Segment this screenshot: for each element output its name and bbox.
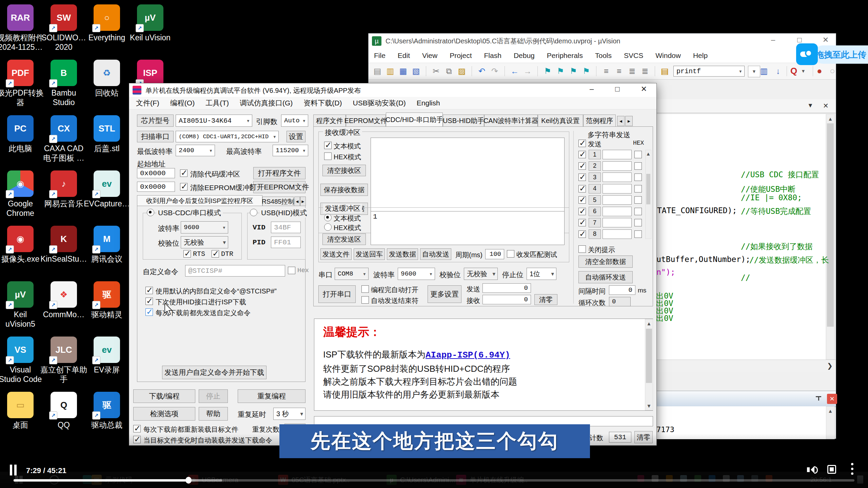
isp-tab-0[interactable]: 程序文件 [313, 115, 346, 126]
tips-scrollbar[interactable]: ▲ ▼ [645, 319, 653, 410]
toolbar-icon[interactable]: ≡ [601, 66, 611, 76]
use-default-cmd-checkbox[interactable] [145, 287, 153, 294]
volume-icon[interactable] [806, 464, 818, 476]
help-button[interactable]: 帮助 [199, 407, 228, 421]
reload-before-download-checkbox[interactable] [133, 425, 141, 432]
record-stop-icon[interactable]: ○ [830, 66, 835, 76]
serial-stop-select[interactable]: 1位 [527, 268, 556, 280]
isp-tab-4[interactable]: CAN波特率计算器 [484, 115, 538, 126]
clear-eeprom-checkbox[interactable] [180, 183, 188, 190]
isp-close-button[interactable]: ✕ [634, 85, 653, 96]
left-tabs-next-button[interactable]: ► [300, 197, 306, 206]
toolbar-icon[interactable]: ▦ [398, 66, 408, 76]
pid-input[interactable]: FF01 [271, 237, 301, 248]
keil-menu-edit[interactable]: Edit [398, 52, 410, 60]
usb-hid-radio[interactable] [250, 209, 257, 216]
success-count-clear-button[interactable]: 清零 [634, 431, 653, 443]
multi-row-send-checkbox[interactable] [578, 151, 586, 158]
vid-input[interactable]: 34BF [271, 222, 301, 233]
download-debug-icon[interactable]: ↓ [773, 66, 783, 76]
stop-button[interactable]: 停止 [199, 389, 228, 403]
multi-row-send-checkbox[interactable] [578, 219, 586, 226]
keil-menu-peripherals[interactable]: Peripherals [547, 52, 583, 60]
custom-cmd-input[interactable]: @STCISP# [185, 265, 285, 277]
editor-vscrollbar[interactable]: ▲ [826, 114, 835, 360]
keil-menu-project[interactable]: Project [450, 52, 472, 60]
open-program-file-button[interactable]: 打开程序文件 [253, 167, 305, 179]
scan-port-button[interactable]: 扫描串口 [137, 131, 174, 142]
send-cr-button[interactable]: 发送回车 [354, 248, 385, 260]
keil-menu-file[interactable]: File [374, 52, 386, 60]
multi-row-hex-checkbox[interactable] [634, 174, 642, 181]
send-hex-mode-radio[interactable] [324, 223, 332, 231]
desktop-icon[interactable]: SW↗SOLIDWO… 2020 [51, 4, 77, 42]
multi-row-send-checkbox[interactable] [578, 208, 586, 215]
loop-count-input[interactable]: 0 [609, 297, 631, 306]
custom-cmd-hex-checkbox[interactable] [288, 267, 295, 274]
multi-row-input[interactable] [603, 150, 632, 159]
toolbar-icon[interactable]: ⚑ [543, 66, 552, 76]
multi-row-index-button[interactable]: 5 [589, 195, 601, 205]
isp-tab-1[interactable]: EEPROM文件 [346, 115, 386, 126]
desktop-icon[interactable]: ▭桌面 [7, 392, 34, 430]
period-input[interactable]: 100 [485, 249, 504, 259]
desktop-icon[interactable]: ❖↗CommMo… [51, 281, 77, 319]
isp-tab-3[interactable]: USB-HID助手 [443, 115, 484, 126]
toolbar-icon[interactable]: ▧ [411, 66, 421, 76]
multi-row-input[interactable] [603, 218, 632, 227]
isp-maximize-button[interactable]: □ [608, 85, 627, 96]
multi-row-hex-checkbox[interactable] [634, 196, 642, 204]
keil-menu-svcs[interactable]: SVCS [624, 52, 643, 60]
desktop-icon[interactable]: PDF↗极光PDF转换 器 [7, 60, 34, 98]
multi-row-hex-checkbox[interactable] [634, 151, 642, 158]
keil-menu-view[interactable]: View [422, 52, 437, 60]
clear-code-checkbox[interactable] [180, 169, 188, 177]
multi-row-index-button[interactable]: 7 [589, 218, 601, 227]
auto-send-button[interactable]: 自动发送 [420, 248, 451, 260]
desktop-icon[interactable]: JLC↗嘉立创下单助 手 [51, 337, 77, 374]
recv-save-button[interactable]: 保存接收数据 [320, 184, 368, 196]
send-buffer-textarea[interactable]: 1 [371, 211, 565, 245]
isp-tabs-prev-button[interactable]: ◄ [617, 116, 625, 126]
tab-reset-to-isp[interactable]: 收到用户命令后复位到ISP监控程序区 [137, 195, 262, 206]
repeat-delay-select[interactable]: 3 秒 [273, 408, 305, 420]
use-hid-next-checkbox[interactable] [145, 298, 153, 305]
toolbar-icon[interactable]: ≡ [614, 66, 624, 76]
eeprom-address-input[interactable]: 0x0000 [137, 182, 175, 192]
desktop-icon[interactable]: B↗Bambu Studio [51, 60, 77, 98]
desktop-icon[interactable]: ◉↗Google Chrome [7, 170, 34, 208]
quick-search-dropdown-icon[interactable]: ▾ [802, 68, 805, 74]
isp-menu-item-1[interactable]: 编程(O) [170, 98, 195, 108]
min-baud-select[interactable]: 2400 [176, 145, 215, 156]
send-data-button[interactable]: 发送数据 [387, 248, 418, 260]
netdisk-upload-pill[interactable]: 拖拽至此上传 [814, 45, 868, 64]
desktop-icon[interactable]: ◉↗摄像头.exe [7, 226, 34, 264]
multi-row-input[interactable] [603, 172, 632, 182]
cdc-parity-select[interactable]: 无校验 [181, 236, 228, 248]
desktop-icon[interactable]: 驱↗驱动精灵 [94, 281, 120, 319]
desktop-icon[interactable]: RAR视频教程附件 2024-1125… [7, 4, 34, 42]
desktop-icon[interactable]: CX↗CAXA CAD 电子图板 … [51, 115, 77, 153]
toolbar-icon[interactable]: ⚑ [569, 66, 578, 76]
auto-loop-send-button[interactable]: 自动循环发送 [578, 271, 633, 283]
download-program-button[interactable]: 下载/编程 [133, 389, 195, 403]
multi-row-hex-checkbox[interactable] [634, 162, 642, 170]
multi-row-send-checkbox[interactable] [578, 185, 586, 192]
desktop-icon[interactable]: K↗KinSealStu… [51, 226, 77, 264]
toolbar-icon[interactable]: ▥ [386, 66, 395, 76]
keil-menu-flash[interactable]: Flash [484, 52, 501, 60]
toolbar-icon[interactable]: ≣ [640, 66, 650, 76]
isp-menu-item-2[interactable]: 工具(T) [205, 98, 229, 108]
send-cmd-before-download-checkbox[interactable] [145, 308, 153, 316]
pin-icon[interactable] [815, 395, 822, 402]
hscroll-right-icon[interactable]: ❯ [827, 362, 833, 370]
close-tip-checkbox[interactable] [578, 245, 586, 253]
desktop-icon[interactable]: µV↗Keil uVision [137, 4, 163, 42]
netdisk-cloud-button[interactable] [796, 43, 818, 65]
desktop-icon[interactable]: ○↗Everything [94, 4, 120, 42]
output-close-button[interactable]: ✕ [827, 394, 837, 404]
toolbar-icon[interactable]: ▨ [457, 66, 467, 76]
toolbar-icon[interactable]: ▤ [373, 66, 382, 76]
serial-port-select[interactable]: COM8 [335, 268, 369, 280]
notification-icon[interactable] [857, 475, 863, 484]
